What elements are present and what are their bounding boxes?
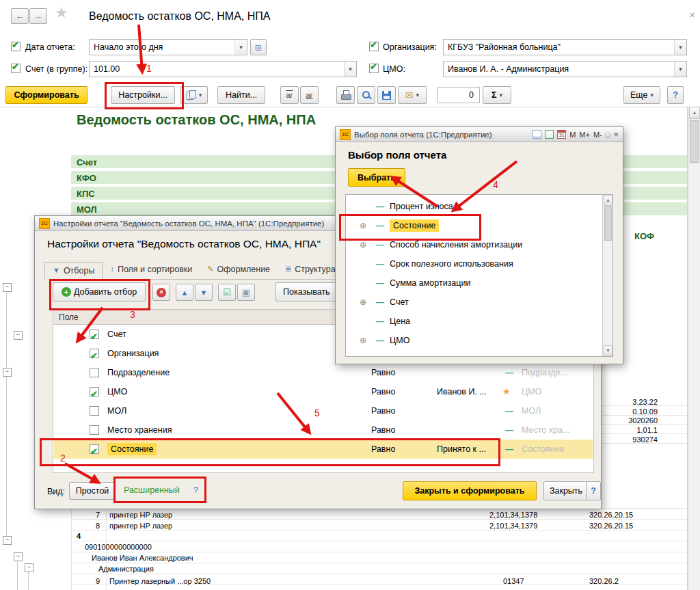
field-item[interactable]: ⊕ — Счет [346,293,612,312]
tab-appearance[interactable]: ✎ Оформление [200,261,278,279]
back-button[interactable]: ← [11,8,29,24]
expand-icon[interactable]: ⊕ [360,293,366,312]
favorite-star-icon[interactable]: ★ [55,4,68,22]
generate-button[interactable]: Сформировать [5,86,88,104]
view-help-link[interactable]: ? [193,485,198,495]
memory-button[interactable]: М [569,131,576,139]
uncheck-all-button[interactable]: ▣ [237,284,255,301]
tab-fields-sorting[interactable]: ↕ Поля и сортировки [103,261,200,279]
field-dialog-titlebar[interactable]: 1С Выбор поля отчета (1С:Предприятие) 31… [336,127,623,142]
memory-plus-button[interactable]: М+ [579,131,590,139]
field-item[interactable]: — Процент износа [346,197,612,216]
field-item[interactable]: ⊕ — ЦМО [346,331,612,350]
view-simple-button[interactable]: Простой [69,482,116,500]
tab-structure[interactable]: ≣ Структура [278,261,343,279]
row-comparison[interactable]: Равно [371,440,395,459]
delete-filter-button[interactable]: ✕ [152,284,170,301]
date-dropdown-icon[interactable]: ▾ [234,40,247,55]
help-button[interactable]: ? [667,86,684,104]
date-calendar-button[interactable]: ⊞ [250,39,267,55]
move-up-button[interactable]: ▲ [176,284,193,301]
copy-button[interactable]: ▾ [180,86,208,104]
field-item[interactable]: — Срок полезного использования [346,254,612,273]
row-value[interactable]: Принято к ... [437,440,486,459]
find-button[interactable]: Найти... [217,86,265,104]
cmo-dropdown-icon[interactable]: ▾ [674,62,686,77]
group-expander[interactable]: − [3,536,12,545]
row-checkbox[interactable] [90,406,99,416]
memory-minus-button[interactable]: М- [593,131,602,139]
dialog-help-button[interactable]: ? [586,481,601,500]
collapse-groups-button[interactable]: аг [280,86,299,104]
group-expander[interactable]: − [3,368,12,377]
field-item-selected[interactable]: ⊕ — Состояние [346,216,612,235]
report-scrollbar[interactable]: ▲ [688,107,700,590]
counter-field[interactable]: 0 [438,87,480,103]
account-checkbox[interactable] [11,64,21,73]
row-value[interactable]: Иванов И. ... [437,382,487,401]
filter-row[interactable]: Подразделение Равно — Подразде... [54,363,593,382]
organization-dropdown-icon[interactable]: ▾ [674,40,686,55]
email-button[interactable]: ✉ ▾ [398,86,427,104]
more-button[interactable]: Еще ▾ [623,86,660,104]
expand-icon[interactable]: ⊕ [360,235,366,254]
field-item[interactable]: — Цена [346,312,612,331]
group-expander[interactable]: − [14,552,23,561]
calendar-icon[interactable]: 31 [557,130,566,139]
close-button[interactable]: Закрыть [543,481,589,500]
date-checkbox[interactable] [11,42,21,51]
organization-input[interactable]: КГБУЗ "Районная больница" ▾ [443,39,687,55]
row-comparison[interactable]: Равно [371,401,395,420]
sum-button[interactable]: Σ ▾ [483,86,511,104]
close-and-generate-button[interactable]: Закрыть и сформировать [403,481,537,500]
scroll-up-icon[interactable]: ▲ [689,107,700,119]
group-expander[interactable]: − [14,331,23,340]
filter-row[interactable]: ЦМО Равно Иванов И. ... ★ ЦМО [54,382,593,401]
preview-button[interactable] [357,86,375,104]
row-checkbox[interactable] [90,425,99,435]
check-all-button[interactable]: ☑ [218,284,236,301]
settings-button[interactable]: Настройки... [111,86,175,104]
group-expander[interactable]: − [3,283,12,292]
field-item[interactable]: — Сумма амортизации [346,273,612,293]
row-comparison[interactable]: Равно [371,382,395,401]
cmo-checkbox[interactable] [369,64,379,73]
print-button[interactable] [336,86,355,104]
move-down-button[interactable]: ▼ [195,284,213,301]
add-filter-button[interactable]: + Добавить отбор [53,282,146,301]
expand-groups-button[interactable]: аг [300,86,319,104]
scrollbar-thumb[interactable] [690,120,699,163]
filter-row[interactable]: Место хранения Равно — Место хра... [54,420,593,440]
row-comparison[interactable]: Равно [371,420,395,440]
account-dropdown-icon[interactable]: ▾ [344,62,356,77]
view-extended-link[interactable]: Расширенный [124,485,180,495]
row-checkbox[interactable] [90,368,99,377]
tab-filters[interactable]: ▼ Отборы [44,262,103,280]
group-expander[interactable]: − [25,563,33,572]
account-input[interactable]: 101.00 ▾ [89,61,357,77]
organization-checkbox[interactable] [369,42,379,51]
scroll-down-icon[interactable]: ▼ [604,345,612,356]
forward-button[interactable]: → [29,8,47,24]
save-button[interactable] [377,86,396,104]
filter-row[interactable]: МОЛ Равно — МОЛ [54,401,593,420]
row-comparison[interactable]: Равно [371,363,395,382]
scroll-up-icon[interactable]: ▲ [604,195,612,206]
field-item[interactable]: ⊕ — Способ начисления амортизации [346,235,612,254]
window-close-icon[interactable]: × [689,9,695,21]
date-input[interactable]: Начало этого дня ▾ [89,39,247,55]
row-checkbox[interactable] [90,349,99,358]
expand-icon[interactable]: ⊕ [360,216,366,235]
scrollbar-thumb[interactable] [604,206,612,241]
select-button[interactable]: Выбрать [348,168,405,187]
row-checkbox[interactable] [90,387,99,397]
row-checkbox[interactable] [90,330,99,339]
filter-row-selected[interactable]: Состояние Равно Принято к ... — Состояни… [54,440,593,459]
document-icon[interactable] [533,130,541,139]
cmo-input[interactable]: Иванов И. А. - Администрация ▾ [443,61,687,77]
dialog-close-icon[interactable]: × [613,129,619,139]
field-list-scrollbar[interactable]: ▲ ▼ [602,195,612,356]
table-icon[interactable] [545,130,554,139]
maximize-icon[interactable]: □ [606,131,610,139]
row-checkbox[interactable] [90,444,99,454]
